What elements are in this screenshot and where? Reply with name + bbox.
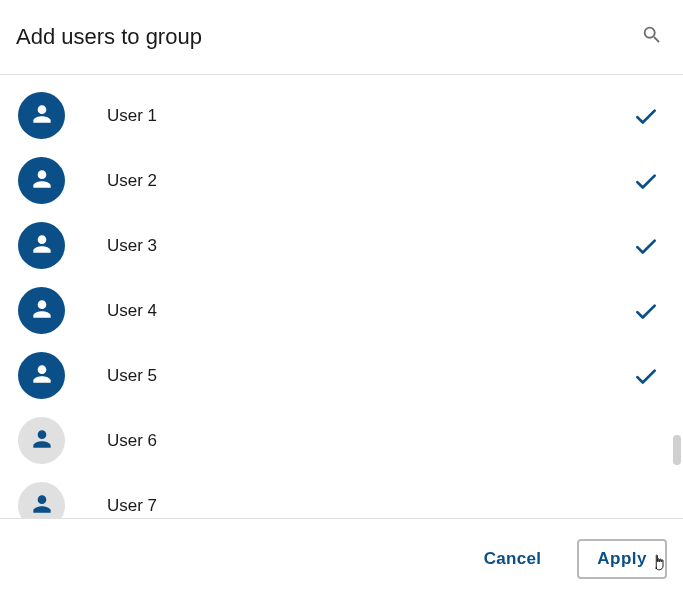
user-name-label: User 6 xyxy=(107,431,659,451)
user-item[interactable]: User 1 xyxy=(0,83,683,148)
user-avatar xyxy=(18,287,65,334)
check-icon xyxy=(633,298,659,324)
user-name-label: User 1 xyxy=(107,106,633,126)
apply-button[interactable]: Apply xyxy=(577,539,667,579)
user-name-label: User 7 xyxy=(107,496,659,516)
person-icon xyxy=(29,491,55,519)
user-item[interactable]: User 5 xyxy=(0,343,683,408)
dialog-title: Add users to group xyxy=(16,24,202,50)
scrollbar-track[interactable] xyxy=(673,80,681,524)
user-avatar xyxy=(18,352,65,399)
user-item[interactable]: User 3 xyxy=(0,213,683,278)
person-icon xyxy=(29,361,55,391)
dialog-footer: Cancel Apply xyxy=(0,518,683,599)
user-item[interactable]: User 6 xyxy=(0,408,683,473)
user-avatar xyxy=(18,157,65,204)
user-avatar xyxy=(18,92,65,139)
person-icon xyxy=(29,296,55,326)
dialog-header: Add users to group xyxy=(0,0,683,75)
search-icon xyxy=(641,24,663,46)
person-icon xyxy=(29,426,55,456)
user-avatar xyxy=(18,482,65,518)
pointer-cursor-icon xyxy=(651,552,669,579)
person-icon xyxy=(29,101,55,131)
person-icon xyxy=(29,166,55,196)
user-name-label: User 3 xyxy=(107,236,633,256)
user-item[interactable]: User 4 xyxy=(0,278,683,343)
user-name-label: User 5 xyxy=(107,366,633,386)
user-item[interactable]: User 2 xyxy=(0,148,683,213)
add-users-dialog: Add users to group User 1User 2User 3Use… xyxy=(0,0,683,599)
person-icon xyxy=(29,231,55,261)
user-list[interactable]: User 1User 2User 3User 4User 5User 6User… xyxy=(0,75,683,518)
user-name-label: User 2 xyxy=(107,171,633,191)
check-icon xyxy=(633,363,659,389)
apply-button-label: Apply xyxy=(597,549,647,568)
cancel-button[interactable]: Cancel xyxy=(480,541,546,577)
check-icon xyxy=(633,103,659,129)
search-button[interactable] xyxy=(637,20,667,54)
user-avatar xyxy=(18,222,65,269)
scrollbar-thumb[interactable] xyxy=(673,435,681,465)
check-icon xyxy=(633,233,659,259)
user-item[interactable]: User 7 xyxy=(0,473,683,518)
check-icon xyxy=(633,168,659,194)
user-avatar xyxy=(18,417,65,464)
user-name-label: User 4 xyxy=(107,301,633,321)
